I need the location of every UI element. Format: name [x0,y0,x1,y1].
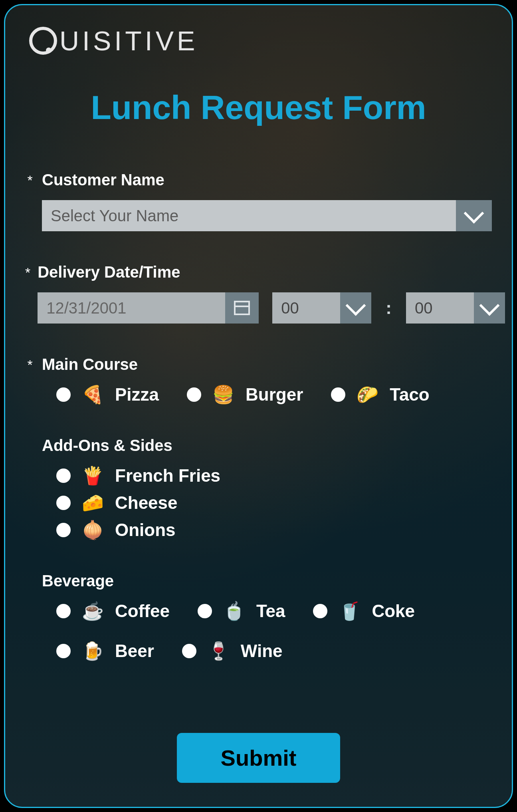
main-course-option-pizza[interactable]: 🍕 Pizza [56,385,159,405]
option-label: Burger [246,385,303,405]
option-label: Tea [256,601,285,621]
radio-icon [198,604,212,618]
cheese-icon: 🧀 [82,494,104,512]
page-title: Lunch Request Form [25,88,492,127]
customer-name-placeholder: Select Your Name [42,200,456,231]
delivery-date-input[interactable]: 12/31/2001 [38,292,259,324]
coffee-icon: ☕ [82,602,104,620]
required-marker: * [25,171,35,189]
main-course-option-taco[interactable]: 🌮 Taco [331,385,429,405]
fries-icon: 🍟 [82,467,104,484]
submit-button[interactable]: Submit [177,733,341,783]
radio-icon [182,644,196,658]
coke-icon: 🥤 [339,602,361,620]
tea-icon: 🍵 [223,602,245,620]
radio-icon [56,387,71,402]
addon-option-cheese[interactable]: 🧀 Cheese [56,493,492,513]
form-content: UISITIVE Lunch Request Form * Customer N… [5,5,512,807]
beverage-option-beer[interactable]: 🍺 Beer [56,641,154,661]
radio-icon [56,469,71,483]
burger-icon: 🍔 [212,386,234,403]
option-label: Beer [115,641,154,661]
radio-icon [56,644,71,658]
calendar-icon[interactable] [225,292,259,324]
pizza-icon: 🍕 [82,386,104,403]
delivery-minute-select[interactable]: 00 [406,292,505,324]
beverage-label: Beverage [42,572,492,590]
beverage-option-tea[interactable]: 🍵 Tea [198,601,285,621]
field-beverage: Beverage ☕ Coffee 🍵 Tea 🥤 [25,572,492,661]
radio-icon [56,496,71,510]
delivery-minute-value: 00 [406,292,474,324]
field-delivery: * Delivery Date/Time 12/31/2001 00 : 00 [25,263,492,324]
beer-icon: 🍺 [82,642,104,660]
chevron-down-icon [340,292,371,324]
required-marker: * [25,355,35,374]
customer-name-select[interactable]: Select Your Name [42,200,492,231]
time-separator: : [385,298,392,318]
onions-icon: 🧅 [82,521,104,539]
field-main-course: * Main Course 🍕 Pizza 🍔 Burger [25,355,492,405]
chevron-down-icon [474,292,505,324]
required-marker: * [25,263,30,282]
beverage-option-coke[interactable]: 🥤 Coke [313,601,415,621]
delivery-hour-select[interactable]: 00 [272,292,371,324]
brand-logo: UISITIVE [29,25,198,56]
radio-icon [187,387,201,402]
chevron-down-icon [456,200,492,231]
field-customer-name: * Customer Name Select Your Name [25,171,492,231]
addons-label: Add-Ons & Sides [42,437,492,455]
delivery-hour-value: 00 [272,292,340,324]
delivery-date-value: 12/31/2001 [38,292,225,324]
radio-icon [56,604,71,618]
radio-icon [313,604,327,618]
wine-icon: 🍷 [208,642,230,660]
form-card: UISITIVE Lunch Request Form * Customer N… [4,4,513,808]
option-label: Wine [241,641,283,661]
option-label: Onions [115,520,176,540]
addon-option-fries[interactable]: 🍟 French Fries [56,466,492,486]
customer-name-label: Customer Name [42,171,492,189]
main-course-option-burger[interactable]: 🍔 Burger [187,385,303,405]
brand-text: UISITIVE [59,25,198,56]
addon-option-onions[interactable]: 🧅 Onions [56,520,492,540]
logo-q-icon [29,27,57,55]
option-label: French Fries [115,466,220,486]
option-label: Cheese [115,493,178,513]
delivery-label: Delivery Date/Time [38,263,505,281]
option-label: Coffee [115,601,170,621]
option-label: Pizza [115,385,159,405]
taco-icon: 🌮 [357,386,378,403]
radio-icon [331,387,345,402]
field-addons: Add-Ons & Sides 🍟 French Fries 🧀 Cheese [25,437,492,540]
option-label: Coke [372,601,415,621]
main-course-label: Main Course [42,355,492,373]
radio-icon [56,523,71,537]
option-label: Taco [390,385,429,405]
beverage-option-coffee[interactable]: ☕ Coffee [56,601,170,621]
beverage-option-wine[interactable]: 🍷 Wine [182,641,283,661]
